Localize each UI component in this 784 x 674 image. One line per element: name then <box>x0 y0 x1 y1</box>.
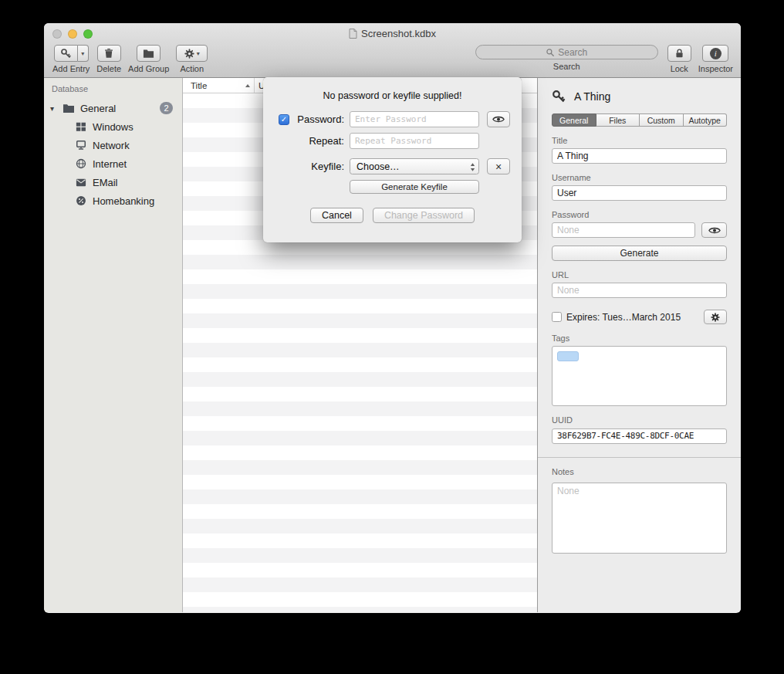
globe-icon <box>74 158 87 169</box>
close-x-icon: × <box>495 161 502 172</box>
url-field[interactable] <box>552 283 727 298</box>
password-label: Password <box>552 210 727 219</box>
column-header-title[interactable]: Title <box>183 78 254 93</box>
check-icon: ✓ <box>281 115 287 124</box>
folder-plus-icon <box>143 49 154 59</box>
tab-files[interactable]: Files <box>596 113 640 127</box>
inspector-divider <box>538 457 741 458</box>
sidebar-item-internet[interactable]: Internet <box>44 154 182 173</box>
search-placeholder: Search <box>558 47 587 58</box>
add-group-button[interactable] <box>137 45 161 62</box>
toolbar-right: Search Search Lock i Ins <box>475 45 733 73</box>
change-password-button[interactable]: Change Password <box>373 208 475 223</box>
generate-keyfile-button[interactable]: Generate Keyfile <box>350 180 479 194</box>
title-field[interactable] <box>552 148 727 164</box>
uuid-label: UUID <box>552 415 727 425</box>
dialog-repeat-row: Repeat: <box>279 133 506 149</box>
tags-box[interactable] <box>552 346 727 406</box>
dialog-keyfile-label: Keyfile: <box>294 161 350 172</box>
delete-button[interactable] <box>97 45 121 62</box>
lock-item: Lock <box>667 45 691 73</box>
change-password-dialog: No password or keyfile supplied! ✓ Passw… <box>263 77 522 242</box>
dialog-reveal-password-button[interactable] <box>487 111 510 127</box>
delete-item: Delete <box>96 45 121 73</box>
uuid-field[interactable] <box>552 428 727 444</box>
sidebar-item-general[interactable]: ▾ General 2 <box>44 99 182 117</box>
dialog-password-label: Password: <box>294 113 350 125</box>
percent-coin-icon <box>74 195 87 206</box>
traffic-lights <box>52 29 93 39</box>
network-icon <box>74 140 87 151</box>
window-title: Screenshot.kdbx <box>349 28 436 39</box>
expires-label: Expires: Tues…March 2015 <box>566 312 681 323</box>
expires-settings-button[interactable] <box>704 310 727 324</box>
sidebar-item-email[interactable]: EMail <box>44 173 182 191</box>
tag-chip[interactable] <box>557 351 579 361</box>
add-group-label: Add Group <box>128 64 169 73</box>
dialog-buttons: Cancel Change Password <box>279 208 506 223</box>
trash-icon <box>103 48 114 59</box>
action-button[interactable]: ▾ <box>176 45 208 62</box>
eye-icon <box>492 115 505 124</box>
sidebar-item-label: Network <box>93 140 130 151</box>
sidebar-item-windows[interactable]: Windows <box>44 117 182 136</box>
tab-custom[interactable]: Custom <box>640 113 684 127</box>
dialog-password-input[interactable] <box>350 111 479 127</box>
lock-button[interactable] <box>667 45 691 62</box>
window-title-text: Screenshot.kdbx <box>361 28 436 39</box>
document-icon <box>349 29 357 39</box>
folder-icon <box>62 103 75 113</box>
sidebar-item-network[interactable]: Network <box>44 136 182 154</box>
add-entry-button[interactable] <box>54 45 78 62</box>
sidebar-item-label: EMail <box>93 177 118 188</box>
dialog-repeat-input[interactable] <box>350 133 479 149</box>
username-label: Username <box>552 173 727 182</box>
chevron-down-icon: ▾ <box>81 50 84 57</box>
zoom-button[interactable] <box>83 29 93 39</box>
keyfile-popup-button[interactable]: Choose… <box>350 158 479 174</box>
popup-arrows-icon <box>470 162 475 172</box>
window-chrome: Screenshot.kdbx ▾ Add Entry <box>44 23 741 78</box>
cancel-button[interactable]: Cancel <box>310 208 363 223</box>
inspector-button[interactable]: i <box>702 45 728 62</box>
username-field[interactable] <box>552 185 727 201</box>
sidebar-item-homebanking[interactable]: Homebanking <box>44 191 182 210</box>
clear-keyfile-button[interactable]: × <box>487 158 510 174</box>
tab-autotype[interactable]: Autotype <box>684 113 728 127</box>
generate-button[interactable]: Generate <box>552 246 727 261</box>
disclosure-triangle-icon[interactable]: ▾ <box>50 104 62 113</box>
notes-field[interactable] <box>552 483 727 554</box>
sidebar-item-label: Internet <box>93 158 127 170</box>
keyfile-popup-value: Choose… <box>357 161 400 172</box>
action-label: Action <box>181 64 204 73</box>
password-checkbox[interactable]: ✓ <box>279 114 289 125</box>
expires-checkbox[interactable] <box>552 312 562 322</box>
tab-general[interactable]: General <box>552 113 596 127</box>
close-button[interactable] <box>52 29 62 39</box>
action-item: ▾ Action <box>176 45 208 73</box>
minimize-button[interactable] <box>68 29 77 39</box>
sidebar-item-label: Homebanking <box>93 195 154 207</box>
password-field[interactable] <box>552 222 695 238</box>
dialog-password-row: ✓ Password: <box>279 111 506 127</box>
sidebar-item-label: General <box>80 103 116 114</box>
windows-icon <box>74 121 87 132</box>
dialog-keyfile-row: Keyfile: Choose… × <box>279 158 506 174</box>
reveal-password-button[interactable] <box>701 222 727 238</box>
gear-icon <box>184 49 194 59</box>
envelope-icon <box>74 178 87 187</box>
url-label: URL <box>552 270 727 279</box>
generate-keyfile-row: Generate Keyfile <box>279 179 506 194</box>
inspector-panel: A Thing General Files Custom Autotype Ti… <box>537 78 741 612</box>
sidebar: Database ▾ General 2 Windows Networ <box>44 78 183 612</box>
add-group-item: Add Group <box>128 45 169 73</box>
key-plus-icon <box>60 48 72 59</box>
inspector-tabs: General Files Custom Autotype <box>552 113 727 127</box>
titlebar: Screenshot.kdbx <box>44 23 741 43</box>
title-label: Title <box>552 136 727 145</box>
inspector-item: i Inspector <box>698 45 733 73</box>
add-entry-dropdown-button[interactable]: ▾ <box>78 45 89 62</box>
info-icon: i <box>710 48 721 59</box>
search-input[interactable]: Search <box>475 45 658 59</box>
dialog-repeat-label: Repeat: <box>294 135 350 147</box>
